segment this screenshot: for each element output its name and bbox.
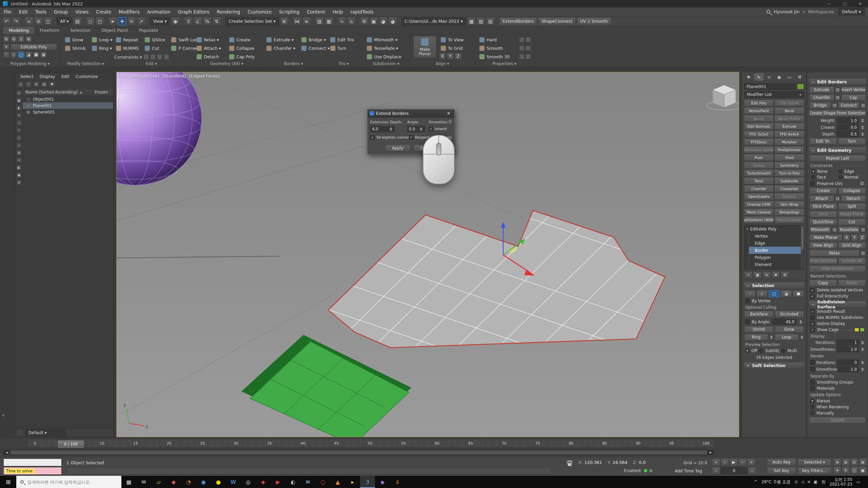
stack-tool-icon[interactable]: ▣ <box>753 271 762 278</box>
ribbon-tab[interactable]: Selection <box>65 26 96 34</box>
edit-tri-button[interactable]: Edit Tri. <box>809 138 837 145</box>
detach-button[interactable]: Detach <box>841 195 866 202</box>
cage-color-swatch[interactable] <box>854 328 859 332</box>
stack-subobject-item[interactable]: Polygon <box>749 254 804 261</box>
slice-button[interactable]: Slice <box>809 211 837 218</box>
viewport-nav-icon[interactable]: ⊡ <box>850 459 858 466</box>
taskbar-app-icon[interactable]: ◉ <box>196 476 211 488</box>
modifier-button[interactable]: Surface <box>774 193 804 200</box>
explorer-filter-icon[interactable]: ≋ <box>16 157 22 163</box>
help-button[interactable]: ? <box>447 119 453 125</box>
ribbon-button[interactable]: To Grid <box>439 44 466 52</box>
mute-icon[interactable]: ⊘ <box>649 468 653 473</box>
ribbon-button[interactable]: Turn <box>329 44 359 52</box>
property-icon[interactable] <box>519 37 525 42</box>
bridge-settings-icon[interactable] <box>832 103 837 108</box>
constraint-icon[interactable] <box>150 54 156 60</box>
grow-button[interactable]: Grow <box>775 326 804 333</box>
taskbar-app-icon[interactable]: ◔ <box>181 476 196 488</box>
ribbon-button[interactable]: Smooth <box>478 44 518 52</box>
update-option-radio[interactable] <box>810 399 814 403</box>
timeline-scrollbar[interactable]: ◀ ▶ <box>3 450 714 455</box>
preserve-uvs-checkbox[interactable] <box>810 181 815 186</box>
constraint-radio[interactable] <box>839 169 843 174</box>
spinner[interactable] <box>860 348 865 351</box>
render-iterations-field[interactable]: 0 <box>837 360 859 365</box>
modifier-button[interactable]: Chamfer <box>744 185 774 192</box>
make-planar-button[interactable]: Make Planar <box>413 36 436 58</box>
by-angle-field[interactable]: 45.0 <box>772 319 796 325</box>
toolbar-item[interactable] <box>22 18 23 25</box>
toolbar-item[interactable]: ≣ <box>280 17 289 25</box>
modifier-list-dropdown[interactable]: Modifier List <box>744 91 804 98</box>
ribbon-tab[interactable]: Freeform <box>34 26 65 34</box>
ribbon-button[interactable]: Ring ▾ <box>90 44 114 52</box>
axis-button[interactable]: Z <box>455 53 461 60</box>
toolbar-item[interactable]: ↗ <box>137 17 145 25</box>
explorer-filter-icon[interactable]: ⊙ <box>16 90 22 96</box>
editable-poly-button[interactable]: Editable Poly <box>11 44 57 50</box>
search-input[interactable] <box>27 479 117 485</box>
search-icon[interactable] <box>767 10 770 14</box>
time-ruler[interactable]: 0510152025303540455055606570758085909510… <box>28 439 714 448</box>
spinner[interactable] <box>860 119 865 122</box>
modifier-button[interactable]: Bevel <box>744 115 774 122</box>
modifier-button[interactable]: Edit Spline <box>774 99 804 106</box>
modifier-button[interactable]: Fillet/Chamfer <box>774 216 804 223</box>
toolbar-item[interactable]: ⚙ <box>360 17 369 25</box>
toolbar-item[interactable] <box>182 18 182 25</box>
menu-item[interactable]: Help <box>329 7 347 16</box>
stack-tool-icon[interactable]: ⌖ <box>744 271 752 278</box>
taskbar-app-icon[interactable]: ▦ <box>121 476 136 488</box>
by-angle-checkbox[interactable] <box>745 320 750 324</box>
scene-object-row[interactable]: ▱ Plane001 <box>23 102 113 109</box>
toolbar-item[interactable]: ◻ <box>86 17 95 25</box>
start-button[interactable]: ⊞ <box>0 476 16 488</box>
toolbar-item[interactable]: ◕ <box>379 17 388 25</box>
extension-depth-field[interactable]: 4.0 <box>370 126 395 132</box>
axis-button[interactable]: X <box>439 53 446 60</box>
viewport-nav-icon[interactable]: ⊕ <box>833 459 841 466</box>
toolbar-item[interactable]: ↶ <box>2 17 11 25</box>
explorer-filter-icon[interactable]: ▤ <box>16 149 22 156</box>
split-button[interactable]: Split <box>838 203 866 210</box>
toolbar-item[interactable]: % <box>203 17 212 25</box>
taskbar-app-icon[interactable]: ▸ <box>345 476 360 488</box>
subobject-level-icon[interactable]: ■ <box>793 290 804 297</box>
modifier-button[interactable]: Bevel Profile <box>774 115 804 122</box>
crease-field[interactable]: 0.0 <box>837 124 859 130</box>
axis-button[interactable]: X <box>843 234 850 241</box>
menu-item[interactable]: Views <box>72 7 92 16</box>
unhide-all-button[interactable]: Unhide All <box>838 258 866 264</box>
toolbar-item[interactable]: Create Selection Set ▾ <box>225 17 279 25</box>
toolbar-item[interactable]: ⊘ <box>34 17 43 25</box>
polygon-modeling-icon[interactable]: ⊞ <box>3 36 9 42</box>
taskbar-app-icon[interactable]: 3 <box>360 476 375 488</box>
toolbar-item[interactable]: ⌂ <box>347 17 356 25</box>
ribbon-button[interactable]: To View <box>439 36 466 43</box>
ribbon-tab[interactable]: Populate <box>134 26 164 34</box>
repeat-last-button[interactable]: Repeat Last <box>809 155 866 162</box>
ring-button[interactable]: Ring <box>744 334 768 341</box>
angle-field[interactable]: 0.0 <box>407 126 425 132</box>
spinner[interactable] <box>800 336 804 339</box>
toolbar-item[interactable]: ∿ <box>338 17 346 25</box>
toolbar-item[interactable]: C:\Users\UI...ds Max 2022 ▾ <box>401 17 466 25</box>
taskbar-app-icon[interactable]: ✉ <box>136 476 151 488</box>
menu-item[interactable]: Create <box>92 7 115 16</box>
modifier-button[interactable]: Bend <box>774 107 804 114</box>
property-icon[interactable] <box>526 45 531 51</box>
selection-rollout-header[interactable]: −Selection <box>744 282 805 289</box>
constraints-dropdown[interactable]: Constraints ▾ <box>114 55 142 60</box>
ribbon-button[interactable]: NURMS <box>114 44 140 52</box>
toolbar-item[interactable] <box>223 18 223 25</box>
modifier-button[interactable]: Edit Poly <box>744 99 774 106</box>
command-panel-tab[interactable]: ▭ <box>785 73 794 81</box>
soft-selection-rollout-header[interactable]: +Soft Selection <box>744 362 805 369</box>
spinner[interactable] <box>769 336 774 339</box>
toolbar-item[interactable]: All ▾ <box>57 17 72 25</box>
spinner[interactable] <box>860 341 865 344</box>
taskbar-app-icon[interactable]: ✉ <box>300 476 315 488</box>
explorer-preset-dropdown[interactable]: Default ▾ <box>25 429 66 436</box>
taskbar-app-icon[interactable]: ○ <box>315 476 330 488</box>
